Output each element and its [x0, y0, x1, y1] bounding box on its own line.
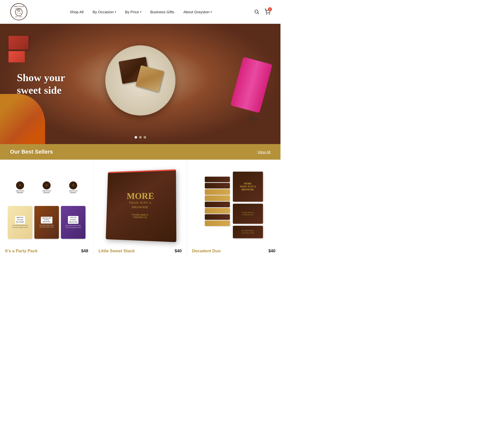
- vegan-box: VEGANFUDGEBROWNIE EAT MORE BROWNIESCHANG…: [61, 206, 85, 239]
- nav-shop-all[interactable]: Shop All: [70, 10, 83, 14]
- best-sellers-title: Our Best Sellers: [10, 149, 53, 155]
- cart-button[interactable]: 0: [264, 9, 270, 15]
- pack-item-choc-logo: G GREYSTONBAKERY: [34, 171, 59, 204]
- brownie-2: [135, 65, 164, 92]
- duo-boxes: MORETHAN JUST ABROWNIE Proudly Made inYO…: [233, 172, 263, 238]
- blondie-box: BROWNSUGARBLONDIE EAT MORE BROWNIESCHANG…: [8, 206, 32, 239]
- product-footer-1: It's a Party Pack $48: [5, 247, 88, 254]
- product-price-3: $40: [268, 249, 275, 254]
- svg-point-7: [255, 10, 258, 13]
- product-price-1: $48: [81, 249, 88, 254]
- main-nav: Shop All By Occasion ▾ By Price ▾ Busine…: [70, 10, 212, 14]
- duo-med-box-text: Proudly Made inYONKERS NY: [242, 211, 254, 216]
- red-box-2: [9, 51, 25, 62]
- product-name-1: It's a Party Pack: [5, 249, 38, 254]
- pink-ribbon: [230, 57, 272, 113]
- chevron-down-icon: ▾: [115, 11, 116, 13]
- header-actions: 0: [254, 9, 270, 15]
- logo[interactable]: GREYSTON BAKERY G EST. 1982 EST. 1982: [10, 3, 28, 21]
- svg-point-10: [269, 14, 270, 14]
- duo-product-display: MORETHAN JUST ABROWNIE Proudly Made inYO…: [205, 172, 263, 238]
- product-image-decadent-duo: MORETHAN JUST ABROWNIE Proudly Made inYO…: [192, 167, 275, 243]
- duo-small-box: EAT BROWNIESCHANGE LIVES: [233, 226, 263, 238]
- chevron-down-icon: ▾: [211, 11, 212, 13]
- duo-small-box-text: EAT BROWNIESCHANGE LIVES: [241, 230, 254, 234]
- duo-large-box: MORETHAN JUST ABROWNIE: [233, 172, 263, 202]
- product-card-1[interactable]: G GREYSTONBAKERY G GREYSTONBAKERY G GREY…: [0, 160, 93, 260]
- view-all-link[interactable]: View All: [257, 150, 270, 154]
- hero-section: ✂ Show your sweet side: [0, 24, 280, 144]
- product-footer-3: Decadent Duo $40: [192, 247, 275, 254]
- nav-by-occasion[interactable]: By Occasion ▾: [92, 10, 116, 14]
- nav-by-price[interactable]: By Price ▾: [125, 10, 141, 14]
- product-price-2: $40: [175, 249, 182, 254]
- nav-business-gifts[interactable]: Business Gifts: [150, 10, 174, 14]
- duo-med-box: Proudly Made inYONKERS NY: [233, 204, 263, 224]
- product-image-party-pack: G GREYSTONBAKERY G GREYSTONBAKERY G GREY…: [5, 167, 88, 243]
- floral-decoration: [0, 94, 45, 144]
- hero-background: ✂ Show your sweet side: [0, 24, 280, 144]
- chevron-down-icon: ▾: [140, 11, 141, 13]
- box-stripe: [108, 169, 176, 173]
- product-card-2[interactable]: MORE THAN JUST A BROWNIE Proudly Made in…: [93, 160, 187, 260]
- products-grid: G GREYSTONBAKERY G GREYSTONBAKERY G GREY…: [0, 160, 280, 260]
- slice-1: [205, 177, 230, 182]
- scissors-decoration: ✂: [245, 110, 261, 128]
- box-main-text: MORE: [127, 191, 154, 201]
- slice-3: [205, 189, 230, 195]
- best-sellers-bar: Our Best Sellers View All: [0, 144, 280, 160]
- carousel-dots: [135, 136, 146, 139]
- red-box-1: [9, 36, 29, 50]
- duo-large-box-text: MORETHAN JUST ABROWNIE: [240, 182, 256, 191]
- product-card-3[interactable]: MORETHAN JUST ABROWNIE Proudly Made inYO…: [187, 160, 280, 260]
- slice-5: [205, 202, 230, 207]
- carousel-dot-3[interactable]: [144, 136, 146, 139]
- slice-2: [205, 183, 230, 188]
- pack-item-vegan-logo: G GREYSTONBAKERY: [61, 171, 85, 204]
- hero-headline: Show your sweet side: [17, 71, 87, 97]
- product-footer-2: Little Sweet Stack $40: [99, 247, 182, 254]
- svg-point-9: [266, 14, 267, 14]
- brownie-box-product: MORE THAN JUST A BROWNIE Proudly Made in…: [106, 169, 176, 242]
- pack-item-blondie-logo: G GREYSTONBAKERY: [8, 171, 32, 204]
- carousel-dot-1[interactable]: [135, 136, 137, 139]
- svg-text:EST. 1982: EST. 1982: [17, 13, 21, 14]
- slice-4: [205, 195, 230, 201]
- carousel-dot-2[interactable]: [139, 136, 142, 139]
- chocolate-box: CHOCOLATEFUDGEBROWNIE EAT MORE BROWNIESC…: [34, 206, 59, 239]
- slice-7: [205, 214, 230, 220]
- brownie-slices: [205, 177, 230, 226]
- search-icon: [254, 9, 259, 15]
- brownie-plate: [105, 45, 175, 116]
- site-header: GREYSTON BAKERY G EST. 1982 EST. 1982 Sh…: [0, 0, 280, 24]
- svg-text:G: G: [18, 9, 20, 12]
- slice-8: [205, 220, 230, 226]
- nav-about-greyston[interactable]: About Greyston ▾: [183, 10, 212, 14]
- box-sub-text: THAN JUST A BROWNIE: [126, 200, 154, 210]
- search-button[interactable]: [254, 9, 259, 15]
- cart-count-badge: 0: [268, 7, 272, 11]
- svg-text:GREYSTON: GREYSTON: [14, 6, 24, 7]
- product-name-2: Little Sweet Stack: [99, 249, 135, 254]
- product-name-3: Decadent Duo: [192, 249, 221, 254]
- product-image-little-sweet-stack: MORE THAN JUST A BROWNIE Proudly Made in…: [99, 167, 182, 243]
- slice-6: [205, 208, 230, 213]
- decorative-boxes: [9, 36, 29, 62]
- svg-text:EST. 1982: EST. 1982: [15, 16, 22, 18]
- logo-icon: GREYSTON BAKERY G EST. 1982 EST. 1982: [10, 3, 28, 21]
- svg-line-8: [258, 13, 259, 14]
